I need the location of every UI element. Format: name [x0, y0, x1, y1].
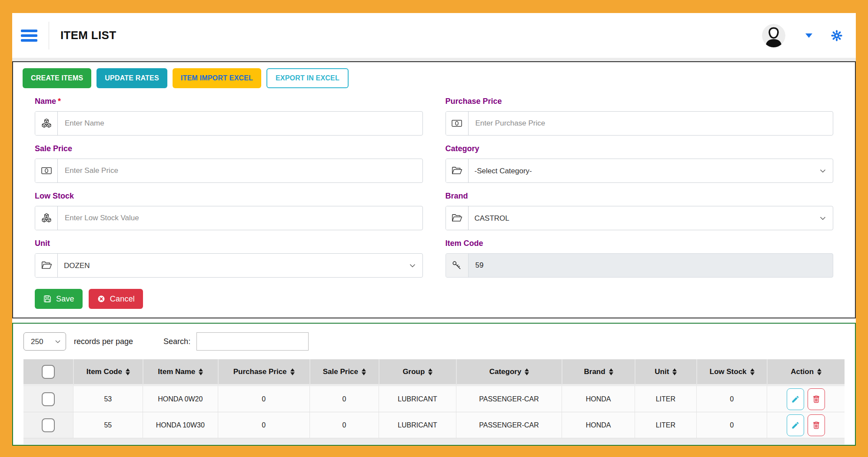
column-label: Brand [584, 368, 605, 376]
update-rates-button[interactable]: UPDATE RATES [96, 68, 167, 88]
brand-label: Brand [446, 192, 834, 201]
low-stock-input[interactable] [58, 206, 422, 230]
cell-item-code: 55 [73, 412, 143, 438]
column-header-group[interactable]: Group [379, 359, 456, 386]
cancel-button-label: Cancel [110, 295, 135, 304]
person-icon [762, 24, 785, 47]
column-header-brand[interactable]: Brand [562, 359, 634, 386]
cell-sale-price: 0 [309, 412, 379, 438]
header-divider [49, 22, 49, 50]
item-code-input [469, 254, 833, 277]
delete-button[interactable] [808, 388, 825, 410]
unit-label: Unit [35, 239, 423, 248]
unit-select[interactable]: DOZEN [58, 254, 422, 277]
edit-button[interactable] [787, 388, 804, 410]
table-row: 55 HONDA 10W30 0 0 LUBRICANT PASSENGER-C… [23, 412, 845, 438]
page-size-select[interactable]: 250 [23, 332, 66, 351]
trash-icon [812, 421, 821, 430]
row-checkbox[interactable] [42, 418, 55, 432]
table-controls: 250 records per page Search: [23, 332, 845, 351]
sale-price-label: Sale Price [35, 144, 423, 153]
cubes-icon [35, 206, 58, 230]
gear-icon[interactable] [831, 30, 843, 42]
column-header-action[interactable]: Action [767, 359, 845, 386]
cell-category: PASSENGER-CAR [456, 412, 562, 438]
cell-purchase-price: 0 [218, 412, 309, 438]
sort-icon [672, 368, 677, 375]
column-header-purchase-price[interactable]: Purchase Price [218, 359, 309, 386]
column-header-item-name[interactable]: Item Name [143, 359, 218, 386]
table-row: 53 HONDA 0W20 0 0 LUBRICANT PASSENGER-CA… [23, 386, 845, 412]
cell-brand: HONDA [562, 386, 634, 412]
column-label: Unit [655, 368, 669, 376]
pencil-icon [791, 395, 800, 404]
column-header-sale-price[interactable]: Sale Price [309, 359, 379, 386]
column-label: Category [489, 368, 522, 376]
sort-icon [525, 368, 529, 375]
cell-item-name: HONDA 10W30 [143, 412, 218, 438]
user-avatar[interactable] [762, 24, 785, 47]
column-header-category[interactable]: Category [456, 359, 562, 386]
unit-field-group: Unit DOZEN [35, 239, 423, 278]
purchase-price-input[interactable] [469, 112, 833, 135]
name-label: Name* [35, 97, 423, 106]
cell-unit: LITER [635, 412, 696, 438]
sort-icon [817, 368, 821, 375]
cell-item-name: HONDA 0W20 [143, 386, 218, 412]
hamburger-menu-icon[interactable] [21, 30, 37, 42]
column-label: Group [402, 368, 425, 376]
item-table-panel: 250 records per page Search: Item Code I… [12, 323, 856, 446]
item-import-excel-button[interactable]: ITEM IMPORT EXCEL [173, 68, 261, 88]
low-stock-field-group: Low Stock [35, 192, 423, 230]
panel-separator [12, 318, 856, 323]
sale-price-field-group: Sale Price [35, 144, 423, 183]
items-table: Item Code Item Name Purchase Price Sale … [23, 359, 845, 438]
delete-button[interactable] [808, 414, 825, 436]
toolbar: CREATE ITEMS UPDATE RATES ITEM IMPORT EX… [23, 68, 845, 88]
cell-group: LUBRICANT [379, 386, 456, 412]
edit-button[interactable] [787, 414, 804, 436]
header-right [762, 24, 843, 47]
sort-icon [126, 368, 130, 375]
cell-brand: HONDA [562, 412, 634, 438]
purchase-price-label: Purchase Price [446, 97, 834, 106]
save-icon [43, 295, 52, 303]
select-all-checkbox[interactable] [42, 365, 55, 379]
header-separator [12, 58, 856, 61]
column-header-unit[interactable]: Unit [635, 359, 696, 386]
search-label: Search: [163, 337, 190, 346]
cubes-icon [35, 112, 58, 135]
sort-icon [428, 368, 432, 375]
name-field-group: Name* [35, 97, 423, 136]
sort-icon [290, 368, 295, 375]
money-bill-icon [446, 112, 469, 135]
table-header-row: Item Code Item Name Purchase Price Sale … [23, 359, 845, 386]
column-header-low-stock[interactable]: Low Stock [696, 359, 767, 386]
row-checkbox[interactable] [42, 392, 55, 406]
trash-icon [812, 395, 821, 404]
sale-price-input[interactable] [58, 159, 422, 182]
sort-icon [750, 368, 755, 375]
cancel-button[interactable]: Cancel [89, 289, 143, 309]
money-bill-icon [35, 159, 58, 182]
folder-open-icon [446, 159, 469, 182]
create-items-button[interactable]: CREATE ITEMS [23, 68, 91, 88]
page-title: ITEM LIST [60, 29, 116, 42]
save-button[interactable]: Save [35, 289, 83, 309]
app-frame: ITEM LIST [0, 0, 868, 457]
column-label: Low Stock [710, 368, 747, 376]
search-input[interactable] [196, 332, 309, 351]
item-form-panel: CREATE ITEMS UPDATE RATES ITEM IMPORT EX… [12, 61, 856, 318]
category-select[interactable]: -Select Category- [469, 159, 833, 182]
sort-icon [362, 368, 366, 375]
item-code-field-group: Item Code [446, 239, 834, 278]
column-header-item-code[interactable]: Item Code [73, 359, 143, 386]
export-in-excel-button[interactable]: EXPORT IN EXCEL [266, 68, 349, 88]
sort-icon [609, 368, 613, 375]
form-actions: Save Cancel [35, 289, 845, 309]
brand-select[interactable]: CASTROL [469, 206, 833, 230]
category-field-group: Category -Select Category- [446, 144, 834, 183]
chevron-down-icon[interactable] [805, 33, 812, 38]
name-input[interactable] [58, 112, 422, 135]
column-label: Sale Price [323, 368, 358, 376]
